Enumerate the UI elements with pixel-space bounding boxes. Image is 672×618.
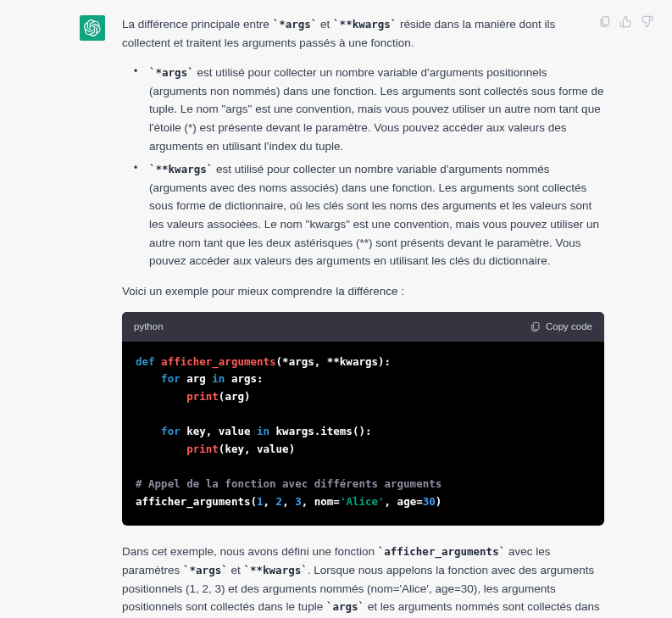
code-snippet: `args`	[326, 600, 364, 613]
svg-rect-1	[603, 17, 609, 25]
thumbs-up-icon	[619, 15, 632, 28]
list-item: `*args` est utilisé pour collecter un no…	[137, 64, 604, 155]
thumbs-down-icon	[641, 15, 653, 28]
code-body: def afficher_arguments(*args, **kwargs):…	[122, 342, 604, 526]
code-args: `*args`	[273, 18, 318, 31]
code-snippet: `**kwargs`	[243, 564, 307, 576]
svg-rect-0	[533, 323, 539, 330]
code-snippet: `**kwargs`	[149, 163, 213, 175]
code-header: python Copy code	[122, 312, 604, 341]
copy-code-button[interactable]: Copy code	[530, 319, 592, 334]
code-lang-label: python	[134, 319, 164, 334]
intro-paragraph: La différence principale entre `*args` e…	[122, 15, 604, 52]
assistant-message: La différence principale entre `*args` e…	[0, 0, 672, 618]
thumbs-down-button[interactable]	[641, 15, 653, 28]
clipboard-icon	[598, 15, 611, 28]
openai-logo-icon	[84, 19, 101, 36]
code-block: python Copy code def afficher_arguments(…	[122, 312, 604, 526]
thumbs-up-button[interactable]	[619, 15, 632, 28]
code-snippet: `afficher_arguments`	[378, 545, 506, 558]
text: et	[228, 564, 244, 576]
text: Dans cet exemple, nous avons défini une …	[122, 545, 378, 558]
copy-message-button[interactable]	[598, 15, 611, 28]
outro-paragraph: Dans cet exemple, nous avons défini une …	[122, 543, 604, 618]
message-actions	[598, 15, 653, 28]
assistant-avatar	[80, 15, 105, 41]
text: et	[317, 18, 333, 31]
text: est utilisé pour collecter un nombre var…	[149, 66, 604, 152]
list-item: `**kwargs` est utilisé pour collecter un…	[137, 160, 604, 270]
copy-label: Copy code	[546, 319, 592, 334]
clipboard-icon	[530, 321, 541, 332]
code-kwargs: `**kwargs`	[333, 18, 397, 31]
code-snippet: `*args`	[149, 66, 194, 79]
code-snippet: `*args`	[183, 564, 228, 576]
text: La différence principale entre	[122, 18, 273, 31]
message-content: La différence principale entre `*args` e…	[122, 15, 604, 618]
bullet-list: `*args` est utilisé pour collecter un no…	[122, 64, 604, 270]
example-intro: Voici un exemple pour mieux comprendre l…	[122, 282, 604, 301]
text: est utilisé pour collecter un nombre var…	[149, 163, 599, 267]
